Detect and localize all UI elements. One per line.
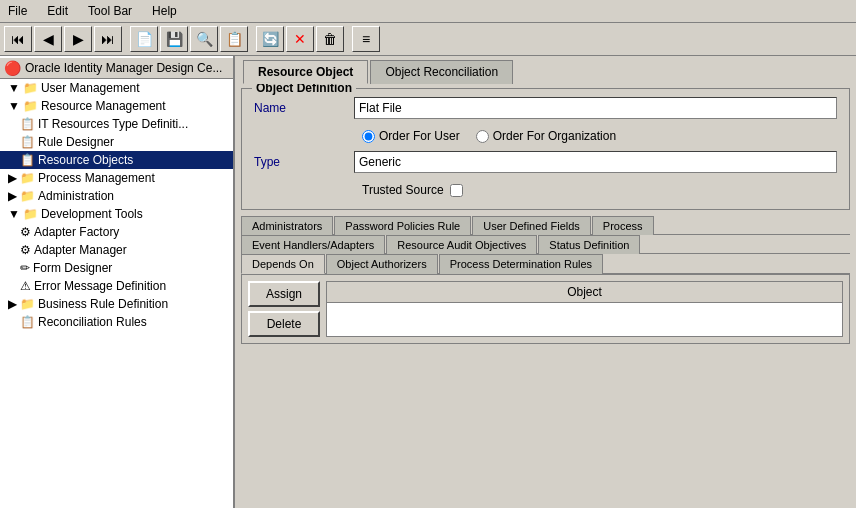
- btn-last[interactable]: ⏭: [94, 26, 122, 52]
- item-icon: 📋: [20, 135, 35, 149]
- trusted-source-text: Trusted Source: [362, 183, 444, 197]
- content-area: Resource Object Object Reconciliation Ob…: [235, 56, 856, 508]
- radio-order-org[interactable]: Order For Organization: [476, 129, 616, 143]
- expand-icon: ▶: [4, 189, 17, 203]
- trusted-source-row: Trusted Source: [362, 183, 837, 197]
- app-title: Oracle Identity Manager Design Ce...: [25, 61, 222, 75]
- sidebar-item-resource-objects[interactable]: 📋 Resource Objects: [0, 151, 233, 169]
- radio-row: Order For User Order For Organization: [362, 129, 837, 143]
- inner-tab-row2: Event Handlers/Adapters Resource Audit O…: [241, 235, 850, 254]
- btn-refresh[interactable]: 🔄: [256, 26, 284, 52]
- tab-password-policies[interactable]: Password Policies Rule: [334, 216, 471, 235]
- item-icon: 📋: [20, 153, 35, 167]
- inner-tab-row1: Administrators Password Policies Rule Us…: [241, 216, 850, 235]
- delete-button[interactable]: Delete: [248, 311, 320, 337]
- btn-trash[interactable]: 🗑: [316, 26, 344, 52]
- sidebar-item-process-mgmt[interactable]: ▶ 📁 Process Management: [0, 169, 233, 187]
- expand-icon: ▶: [4, 297, 17, 311]
- expand-icon: ▼: [4, 81, 20, 95]
- sidebar: 🔴 Oracle Identity Manager Design Ce... ▼…: [0, 56, 235, 508]
- tab-resource-audit[interactable]: Resource Audit Objectives: [386, 235, 537, 254]
- type-row: Type: [254, 151, 837, 173]
- tab-administrators[interactable]: Administrators: [241, 216, 333, 235]
- folder-icon: 📁: [23, 81, 38, 95]
- bottom-content: Assign Delete Object: [242, 275, 849, 343]
- radio-order-org-input[interactable]: [476, 130, 489, 143]
- top-tab-bar: Resource Object Object Reconciliation: [235, 56, 856, 84]
- inner-tab-row3: Depends On Object Authorizers Process De…: [241, 254, 850, 274]
- object-table: Object: [326, 281, 843, 337]
- folder-icon: 📁: [20, 297, 35, 311]
- table-column-header: Object: [327, 282, 842, 303]
- menu-help[interactable]: Help: [148, 2, 181, 20]
- tab-resource-object[interactable]: Resource Object: [243, 60, 368, 84]
- tab-object-reconciliation[interactable]: Object Reconciliation: [370, 60, 513, 84]
- bottom-area: Assign Delete Object: [241, 274, 850, 344]
- folder-icon: 📁: [23, 99, 38, 113]
- radio-order-user-input[interactable]: [362, 130, 375, 143]
- inner-tab-container: Administrators Password Policies Rule Us…: [241, 216, 850, 274]
- sidebar-item-it-resources[interactable]: 📋 IT Resources Type Definiti...: [0, 115, 233, 133]
- sidebar-item-adapter-factory[interactable]: ⚙ Adapter Factory: [0, 223, 233, 241]
- assign-button[interactable]: Assign: [248, 281, 320, 307]
- btn-find[interactable]: 🔍: [190, 26, 218, 52]
- edit-icon: ✏: [20, 261, 30, 275]
- btn-new[interactable]: 📄: [130, 26, 158, 52]
- tab-user-defined[interactable]: User Defined Fields: [472, 216, 591, 235]
- btn-next[interactable]: ▶: [64, 26, 92, 52]
- sidebar-item-error-msg[interactable]: ⚠ Error Message Definition: [0, 277, 233, 295]
- warning-icon: ⚠: [20, 279, 31, 293]
- btn-copy[interactable]: 📋: [220, 26, 248, 52]
- folder-icon: 📁: [23, 207, 38, 221]
- expand-icon: ▶: [4, 171, 17, 185]
- tab-status-definition[interactable]: Status Definition: [538, 235, 640, 254]
- btn-save[interactable]: 💾: [160, 26, 188, 52]
- radio-order-user-label: Order For User: [379, 129, 460, 143]
- sidebar-item-reconciliation-rules[interactable]: 📋 Reconciliation Rules: [0, 313, 233, 331]
- menu-toolbar[interactable]: Tool Bar: [84, 2, 136, 20]
- tab-process-determination[interactable]: Process Determination Rules: [439, 254, 603, 274]
- expand-icon: ▼: [4, 207, 20, 221]
- sidebar-item-form-designer[interactable]: ✏ Form Designer: [0, 259, 233, 277]
- gear-icon: ⚙: [20, 225, 31, 239]
- sidebar-item-rule-designer[interactable]: 📋 Rule Designer: [0, 133, 233, 151]
- btn-delete[interactable]: ✕: [286, 26, 314, 52]
- tab-depends-on[interactable]: Depends On: [241, 254, 325, 274]
- sidebar-item-adapter-manager[interactable]: ⚙ Adapter Manager: [0, 241, 233, 259]
- type-input[interactable]: [354, 151, 837, 173]
- btn-first[interactable]: ⏮: [4, 26, 32, 52]
- sidebar-item-resource-mgmt[interactable]: ▼ 📁 Resource Management: [0, 97, 233, 115]
- oracle-bar: 🔴 Oracle Identity Manager Design Ce...: [0, 58, 233, 79]
- sidebar-item-administration[interactable]: ▶ 📁 Administration: [0, 187, 233, 205]
- toolbar: ⏮ ◀ ▶ ⏭ 📄 💾 🔍 📋 🔄 ✕ 🗑 ≡: [0, 23, 856, 56]
- name-label: Name: [254, 101, 354, 115]
- menu-bar: File Edit Tool Bar Help: [0, 0, 856, 23]
- expand-icon: ▼: [4, 99, 20, 113]
- item-icon: 📋: [20, 117, 35, 131]
- object-definition-group: Object Definition Name Order For User Or…: [241, 88, 850, 210]
- oracle-icon: 🔴: [4, 60, 21, 76]
- radio-order-org-label: Order For Organization: [493, 129, 616, 143]
- name-row: Name: [254, 97, 837, 119]
- main-layout: 🔴 Oracle Identity Manager Design Ce... ▼…: [0, 56, 856, 508]
- action-buttons: Assign Delete: [248, 281, 320, 337]
- name-input[interactable]: [354, 97, 837, 119]
- menu-edit[interactable]: Edit: [43, 2, 72, 20]
- tab-object-authorizers[interactable]: Object Authorizers: [326, 254, 438, 274]
- item-icon: 📋: [20, 315, 35, 329]
- sidebar-item-dev-tools[interactable]: ▼ 📁 Development Tools: [0, 205, 233, 223]
- tab-event-handlers[interactable]: Event Handlers/Adapters: [241, 235, 385, 254]
- trusted-source-label[interactable]: Trusted Source: [362, 183, 463, 197]
- sidebar-item-user-mgmt[interactable]: ▼ 📁 User Management: [0, 79, 233, 97]
- tab-process[interactable]: Process: [592, 216, 654, 235]
- btn-prev[interactable]: ◀: [34, 26, 62, 52]
- type-label: Type: [254, 155, 354, 169]
- sidebar-item-business-rule[interactable]: ▶ 📁 Business Rule Definition: [0, 295, 233, 313]
- btn-menu[interactable]: ≡: [352, 26, 380, 52]
- radio-order-user[interactable]: Order For User: [362, 129, 460, 143]
- folder-icon: 📁: [20, 189, 35, 203]
- gear-icon: ⚙: [20, 243, 31, 257]
- menu-file[interactable]: File: [4, 2, 31, 20]
- folder-icon: 📁: [20, 171, 35, 185]
- trusted-source-checkbox[interactable]: [450, 184, 463, 197]
